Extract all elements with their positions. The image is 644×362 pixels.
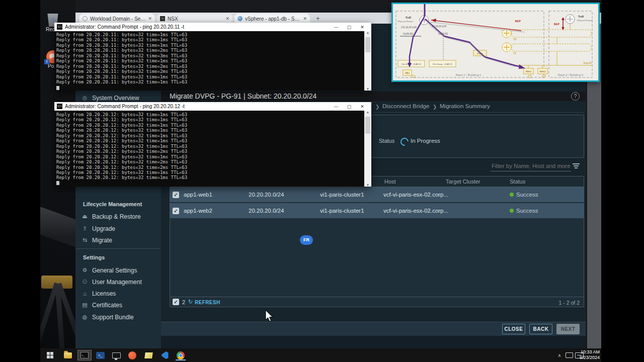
start-button[interactable] <box>44 350 55 360</box>
sidebar-item-label: Support Bundle <box>92 314 134 321</box>
table-row[interactable]: ✓ app1-web2 20.20.20.0/24 vi1-paris-clus… <box>170 203 584 218</box>
maximize-button[interactable]: ▢ <box>343 104 356 109</box>
table-row[interactable]: ✓ app1-web1 20.20.20.0/24 vi1-paris-clus… <box>170 187 584 202</box>
svg-text:ToR: ToR <box>578 15 584 18</box>
scroll-up-icon[interactable]: ▲ <box>364 31 371 34</box>
chrome-icon <box>177 351 185 359</box>
sidebar-section-settings: Settings <box>83 254 105 260</box>
support-bundle-icon: ◍ <box>82 314 88 320</box>
cell-subnet: 20.20.20.0/24 <box>249 208 284 214</box>
key-icon: ⌂ <box>82 291 88 297</box>
globe-icon <box>83 16 88 21</box>
remote-desktop-icon <box>112 352 121 358</box>
cell-status: Success <box>516 208 538 214</box>
overview-icon: ◎ <box>82 95 88 101</box>
clock-time: 10:33 AM <box>580 349 600 355</box>
sidebar-item-user-management[interactable]: ⚇ User Management <box>82 278 157 286</box>
sidebar-item-certificates[interactable]: ▤ Certificates <box>82 301 157 309</box>
sidebar-item-migrate[interactable]: ⇆ Migrate <box>82 236 157 244</box>
new-tab-button[interactable]: + <box>316 15 320 22</box>
step-migration-summary[interactable]: Migration Summary <box>440 103 490 109</box>
tab-close-icon[interactable]: ✕ <box>225 16 229 21</box>
tray-clock[interactable]: 10:33 AM 8/23/2024 <box>580 349 600 360</box>
svg-text:T0: T0 <box>513 38 516 41</box>
close-button[interactable]: CLOSE <box>502 324 525 334</box>
user-icon: ⚇ <box>82 279 88 285</box>
sidebar-item-label: System Overview <box>92 95 139 102</box>
cmd-window-2: C:\ Administrator: Command Prompt - ping… <box>54 102 371 187</box>
maximize-button[interactable]: ▢ <box>343 25 356 30</box>
scroll-down-icon[interactable]: ▼ <box>364 87 371 90</box>
tab-workload-domain[interactable]: Workload Domain - Services ✕ <box>79 14 155 24</box>
chevron-right-icon: ❯ <box>433 104 437 110</box>
next-button[interactable]: NEXT <box>556 324 580 334</box>
taskbar-postman[interactable] <box>127 350 138 360</box>
cmd2-scrollbar[interactable]: ▲ ▼ <box>364 111 371 187</box>
taskbar-chrome[interactable] <box>175 350 186 360</box>
taskbar-file-explorer[interactable] <box>62 350 73 360</box>
postman-icon <box>128 351 136 359</box>
wizard-title-bar: Migrate DVPG - PG-91 | Subnet: 20.20.20.… <box>161 92 586 101</box>
tray-network-icon[interactable] <box>564 350 575 360</box>
row-checkbox[interactable]: ✓ <box>173 208 179 214</box>
back-button[interactable]: BACK <box>529 324 552 334</box>
step-disconnect-bridge[interactable]: Disconnect Bridge <box>382 103 429 109</box>
sidebar-item-support-bundle[interactable]: ◍ Support Bundle <box>82 313 157 321</box>
scroll-up-icon[interactable]: ▲ <box>364 111 371 114</box>
taskbar-remote-desktop[interactable] <box>111 350 122 360</box>
windows-logo-icon <box>47 352 53 358</box>
column-host[interactable]: Host <box>384 178 396 185</box>
refresh-icon[interactable]: ↻ <box>188 299 193 305</box>
taskbar-cmd-active[interactable]: >_ <box>77 350 92 360</box>
taskbar-powershell[interactable]: >_ <box>95 350 106 360</box>
backup-icon: ⏏ <box>82 213 88 220</box>
screen: ♲ Recyc f Post Workload Domain - Service… <box>0 0 644 362</box>
filter-input[interactable] <box>491 161 571 171</box>
cmd1-title-bar[interactable]: C:\ Administrator: Command Prompt - ping… <box>54 23 371 31</box>
tab-close-icon[interactable]: ✕ <box>148 16 152 21</box>
sidebar-item-label: General Settings <box>92 267 137 274</box>
svg-text:Rack-2 / Building-2: Rack-2 / Building-2 <box>558 73 584 76</box>
tab-label: Workload Domain - Services <box>90 16 146 22</box>
tab-nsx[interactable]: N NSX ✕ <box>157 14 232 24</box>
minimize-button[interactable]: — <box>330 25 343 30</box>
sidebar-item-label: User Management <box>92 279 142 286</box>
svg-text:VLAN 92: VLAN 92 <box>403 33 413 35</box>
vscode-icon <box>161 351 169 359</box>
sidebar-item-general-settings[interactable]: ⚙ General Settings <box>82 266 157 275</box>
sidebar-item-upgrade[interactable]: ⇧ Upgrade <box>82 224 157 233</box>
cell-cluster: vi1-paris-cluster1 <box>320 192 364 198</box>
row-checkbox[interactable]: ✓ <box>173 192 179 198</box>
column-status[interactable]: Status <box>510 178 525 185</box>
cmd1-title: Administrator: Command Prompt - ping 20.… <box>65 24 330 30</box>
select-all-checkbox[interactable]: ✓ <box>173 299 179 305</box>
svg-text:T1: T1 <box>513 52 516 55</box>
tab-vsphere[interactable]: vSphere - app1-db - Summary ✕ <box>234 14 310 24</box>
refresh-button[interactable]: REFRESH <box>195 300 220 305</box>
tab-label: NSX <box>168 16 223 22</box>
close-button[interactable]: ✕ <box>356 25 369 30</box>
wallpaper-telescope <box>40 206 75 251</box>
scroll-down-icon[interactable]: ▼ <box>364 184 371 187</box>
network-diagram: Rack-1 / Building-1 Rack-2 / Building-2 … <box>393 4 598 80</box>
network-diagram-overlay: Rack-1 / Building-1 Rack-2 / Building-2 … <box>391 3 600 82</box>
minimize-button[interactable]: — <box>330 104 343 109</box>
fr-badge[interactable]: FR <box>300 235 313 245</box>
cmd2-output: Reply from 20.20.20.12: bytes=32 time=1m… <box>56 112 187 180</box>
taskbar-notes[interactable] <box>143 350 154 360</box>
help-icon[interactable]: ? <box>571 92 580 101</box>
sidebar-item-backup-restore[interactable]: ⏏ Backup & Restore <box>82 212 157 221</box>
sidebar-divider <box>75 248 160 249</box>
svg-text:(Physical Router): (Physical Router) <box>397 20 413 23</box>
taskbar-vscode[interactable] <box>159 350 170 360</box>
sidebar-item-licenses[interactable]: ⌂ Licenses <box>82 289 157 298</box>
column-target-cluster[interactable]: Target Cluster <box>446 178 480 185</box>
filter-icon[interactable] <box>573 163 580 169</box>
cmd1-scrollbar[interactable]: ▲ ▼ <box>364 31 371 90</box>
sidebar-item-system-overview[interactable]: ◎ System Overview <box>82 94 157 102</box>
tab-close-icon[interactable]: ✕ <box>303 16 307 21</box>
svg-text:BGP: BGP <box>515 20 521 23</box>
cmd2-title-bar[interactable]: C:\ Administrator: Command Prompt - ping… <box>54 102 371 111</box>
close-button[interactable]: ✕ <box>356 104 369 109</box>
svg-text:172.16.20.1/24: 172.16.20.1/24 <box>401 26 417 29</box>
